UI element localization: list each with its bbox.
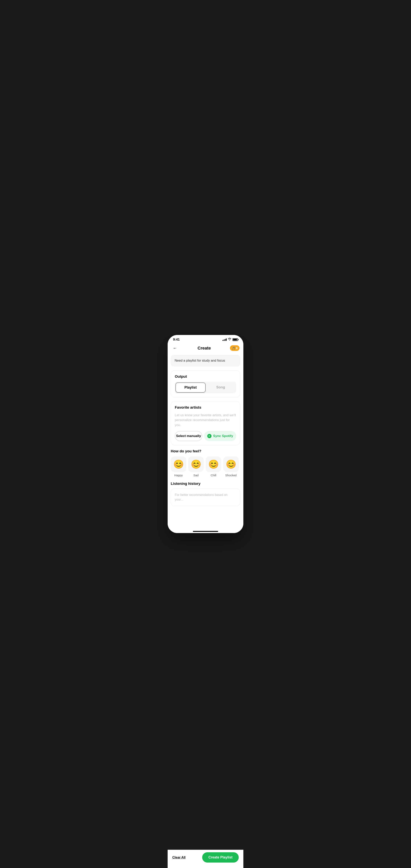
output-label: Output <box>175 374 236 379</box>
phone-frame: 9:41 ← Create <box>168 335 243 533</box>
status-icons <box>222 338 238 341</box>
battery-icon <box>233 338 238 341</box>
feel-label-shocked: Shocked <box>225 473 237 477</box>
feel-label-sad: Sad <box>194 473 199 477</box>
signal-bars-icon <box>222 338 227 341</box>
battery-fill <box>233 339 237 340</box>
search-input-text: Need a playlist for study and focus <box>175 359 225 362</box>
music-badge[interactable]: 🎵 8 <box>230 345 239 351</box>
scroll-area: Need a playlist for study and focus Outp… <box>168 355 243 529</box>
artists-label: Favorite artists <box>175 405 236 410</box>
listening-placeholder-text: For better recommendations based on your… <box>175 493 228 501</box>
sync-spotify-label: Sync Spotify <box>213 434 233 438</box>
page-title: Create <box>198 346 211 351</box>
feel-item-happy[interactable]: 😊 Happy <box>171 457 186 477</box>
status-time: 9:41 <box>173 338 180 342</box>
listening-placeholder-card: For better recommendations based on your… <box>171 489 240 506</box>
badge-count: 8 <box>236 346 238 350</box>
back-button[interactable]: ← <box>172 345 178 352</box>
chill-emoji-icon: 😊 <box>208 460 219 468</box>
artists-placeholder-text: Let us know your favorite artists, and w… <box>175 413 236 428</box>
listening-section: Listening history For better recommendat… <box>171 482 240 506</box>
artists-buttons: Select manually Sync Spotify <box>175 431 236 441</box>
home-indicator <box>168 529 243 533</box>
home-bar <box>193 531 218 532</box>
artists-section: Favorite artists Let us know your favori… <box>171 401 240 445</box>
feel-emoji-box-happy: 😊 <box>171 457 186 472</box>
feel-emoji-box-chill: 😊 <box>206 457 221 472</box>
back-arrow-icon: ← <box>173 346 177 351</box>
feel-section: How do you feel? 😊 Happy 😊 Sad � <box>171 449 240 478</box>
listening-section-label: Listening history <box>171 482 240 486</box>
feel-scroll-row: 😊 Happy 😊 Sad 😊 Chill <box>171 457 240 478</box>
feel-emoji-box-shocked: 😊 <box>223 457 239 472</box>
select-manually-button[interactable]: Select manually <box>175 431 202 441</box>
feel-label-happy: Happy <box>174 473 182 477</box>
status-bar: 9:41 <box>168 335 243 343</box>
feel-section-label: How do you feel? <box>171 449 240 453</box>
spotify-logo-icon <box>207 434 211 438</box>
output-section: Output Playlist Song <box>171 370 240 397</box>
feel-item-chill[interactable]: 😊 Chill <box>206 457 221 477</box>
nav-header: ← Create 🎵 8 <box>168 343 243 355</box>
search-input-container[interactable]: Need a playlist for study and focus <box>171 355 240 367</box>
feel-label-chill: Chill <box>211 473 216 477</box>
happy-emoji-icon: 😊 <box>173 460 184 468</box>
sync-spotify-button[interactable]: Sync Spotify <box>204 431 236 441</box>
output-option-playlist[interactable]: Playlist <box>176 382 205 393</box>
wifi-icon <box>228 338 231 341</box>
music-note-icon: 🎵 <box>232 347 235 350</box>
feel-item-shocked[interactable]: 😊 Shocked <box>223 457 239 477</box>
output-option-song[interactable]: Song <box>206 382 235 393</box>
feel-emoji-box-sad: 😊 <box>188 457 204 472</box>
sad-emoji-icon: 😊 <box>191 460 201 468</box>
shocked-emoji-icon: 😊 <box>226 460 236 468</box>
output-toggle-row: Playlist Song <box>175 382 236 393</box>
feel-item-sad[interactable]: 😊 Sad <box>188 457 204 477</box>
